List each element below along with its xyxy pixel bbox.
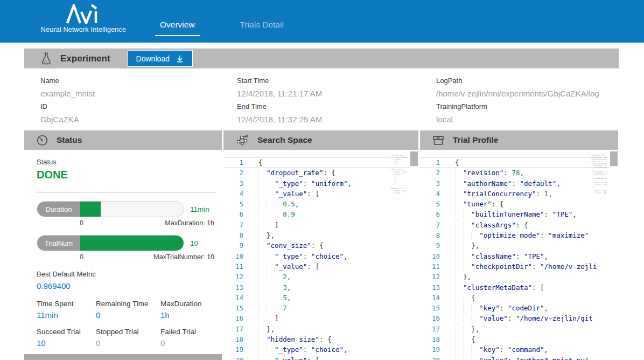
code-text: 3,	[258, 282, 291, 293]
line-number: 7	[223, 220, 243, 230]
search-space-editor[interactable]: 1{2 "dropout_rate": {3 "_type": "uniform…	[223, 150, 418, 360]
stat-cell: Remaining Time0	[96, 300, 160, 320]
code-text: "hidden_size": {	[258, 334, 332, 344]
gauge-icon	[36, 134, 48, 147]
line-number: 6	[223, 209, 243, 219]
line-number: 18	[420, 334, 440, 344]
stat-value: 1h	[160, 310, 220, 320]
trial-profile-minimap[interactable]: { "revision": 78, "authorName": "default…	[589, 153, 607, 195]
line-number: 4	[420, 189, 440, 199]
info-value: example_mnist	[40, 87, 95, 100]
code-text: ]	[258, 220, 279, 230]
line-number: 17	[223, 324, 243, 334]
logo-text: Neural Network Intelligence	[39, 26, 128, 33]
code-line: 7 "classArgs": {	[420, 220, 618, 230]
line-number: 9	[420, 240, 440, 251]
code-line: 12 },	[420, 272, 618, 282]
code-line: 16 "value": "/home/v-zejlin/git	[420, 313, 618, 323]
info-column: Nameexample_mnistIDGbjCaZKA	[40, 74, 95, 126]
hyperparameter-graph-icon	[235, 134, 249, 147]
stat-value: 0	[96, 310, 160, 320]
code-line: 15 7	[223, 303, 418, 313]
code-line: 8 },	[223, 230, 418, 240]
bar-value: 11min	[190, 205, 209, 213]
tab-overview[interactable]: Overview	[155, 20, 200, 36]
code-text: 0.5,	[258, 199, 299, 209]
nni-logo-icon	[63, 4, 104, 24]
line-number: 19	[223, 344, 243, 355]
stat-label: MaxDuration	[160, 300, 220, 308]
status-body: Status DONE Duration11min0MaxDuration: 1…	[24, 150, 222, 360]
code-text: "trialConcurrency": 1,	[455, 189, 552, 199]
bar-min: 0	[80, 219, 83, 227]
search-space-scrollbar[interactable]	[410, 150, 418, 360]
code-line: 19 "key": "command",	[420, 344, 618, 355]
tab-trials-detail[interactable]: Trials Detail	[235, 20, 289, 36]
line-number: 12	[420, 272, 440, 282]
trial-profile-panel-title: Trial Profile	[453, 135, 498, 145]
bar-max: MaxTrialNumber: 10	[153, 253, 214, 261]
code-line: 10 "_type": "choice",	[223, 251, 418, 261]
bar-label: Duration	[37, 202, 80, 217]
trialnum-bar: TrialNum100MaxTrialNumber: 10	[37, 235, 216, 261]
line-number: 13	[420, 282, 440, 293]
code-text: "className": "TPE",	[455, 251, 548, 261]
code-text: },	[455, 240, 479, 251]
line-number: 5	[420, 199, 440, 209]
trial-profile-scrollbar-thumb[interactable]	[610, 151, 618, 166]
code-line: 17 },	[420, 324, 618, 334]
bar-fill	[80, 202, 101, 217]
download-icon	[176, 54, 184, 63]
search-space-panel-header: Search Space	[223, 130, 418, 150]
code-line: 11 "checkpointDir": "/home/v-zejli	[420, 261, 618, 272]
code-text: },	[455, 324, 479, 334]
stat-label: Stopped Trial	[96, 328, 160, 336]
status-panel: Status Status DONE Duration11min0MaxDura…	[24, 130, 222, 360]
line-number: 19	[420, 344, 440, 355]
info-label: Start Time	[237, 74, 322, 87]
code-line: 8 "optimize_mode": "maximize"	[420, 230, 618, 240]
code-line: 14 {	[420, 293, 618, 303]
line-number: 10	[420, 251, 440, 261]
line-number: 10	[223, 251, 243, 261]
bar-pill: TrialNum	[37, 235, 184, 251]
line-number: 1	[223, 157, 243, 168]
info-column: LogPath/home/v-zejlin/nni/experiments/Gb…	[436, 74, 599, 126]
code-line: 15 "key": "codeDir",	[420, 303, 618, 313]
line-number: 1	[420, 157, 440, 168]
line-number: 14	[420, 293, 440, 303]
code-text: "revision": 78,	[455, 168, 524, 178]
code-text: "key": "codeDir",	[455, 303, 548, 313]
code-text: ]	[258, 313, 279, 323]
bar-track	[80, 202, 184, 217]
trial-profile-editor[interactable]: 1{2 "revision": 78,3 "authorName": "defa…	[420, 150, 618, 360]
bar-min: 0	[80, 253, 83, 261]
code-line: 14 5,	[223, 293, 418, 303]
stat-cell: Stopped Trial0	[96, 328, 160, 348]
bar-track	[80, 236, 184, 251]
line-number: 20	[420, 355, 440, 360]
stat-label: Failed Trial	[160, 328, 220, 336]
code-text: "builtinTunerName": "TPE",	[455, 209, 577, 219]
download-button[interactable]: Download	[128, 50, 193, 67]
info-value: 12/4/2018, 11:32:25 AM	[237, 113, 322, 126]
code-text: "clusterMetaData": [	[455, 282, 544, 293]
search-space-minimap[interactable]: { "dropout_rate": { "_type": "uniform", …	[389, 153, 407, 195]
search-space-scrollbar-thumb[interactable]	[410, 151, 418, 166]
stat-cell: Succeed Trial10	[37, 328, 96, 348]
code-line: 18 "hidden_size": {	[223, 334, 418, 344]
code-text: "_value": [	[258, 189, 319, 199]
download-label: Download	[136, 54, 170, 63]
code-line: 20 "value": "python3 mnist.py"	[420, 355, 618, 360]
code-text: 0.9	[258, 209, 295, 219]
code-line: 6 0.9	[223, 209, 418, 219]
trial-profile-panel-header: Trial Profile	[420, 130, 618, 150]
code-text: "conv_size": {	[258, 240, 323, 251]
trial-profile-scrollbar[interactable]	[610, 150, 618, 360]
line-number: 14	[223, 293, 243, 303]
experiment-info: Nameexample_mnistIDGbjCaZKAStart Time12/…	[24, 69, 619, 130]
line-number: 7	[420, 220, 440, 230]
search-space-panel: Search Space 1{2 "dropout_rate": {3 "_ty…	[223, 130, 418, 360]
line-number: 2	[420, 168, 440, 178]
line-number: 11	[420, 261, 440, 272]
